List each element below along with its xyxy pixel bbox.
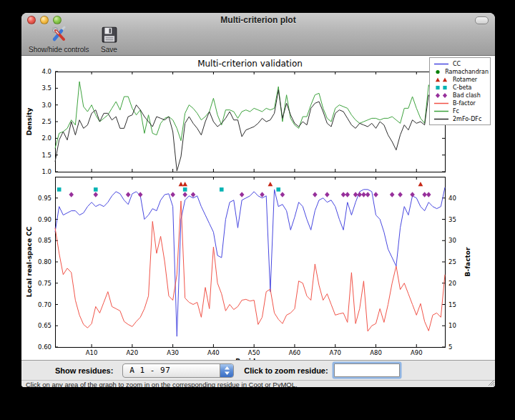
- legend-square-glyph: [433, 84, 450, 91]
- legend-entry: Fc: [433, 107, 489, 115]
- legend-entry: B-factor: [433, 99, 489, 107]
- svg-text:0.90: 0.90: [38, 216, 52, 223]
- toolbar: Show/hide controls Save: [21, 27, 495, 56]
- svg-text:0.65: 0.65: [38, 322, 52, 329]
- legend-label: Fc: [453, 108, 459, 114]
- svg-text:A10: A10: [86, 349, 98, 356]
- minimize-button[interactable]: [40, 16, 49, 24]
- status-text: Click on any area of the graph to zoom i…: [26, 381, 298, 387]
- svg-text:A70: A70: [329, 349, 341, 356]
- svg-text:Residue: Residue: [235, 358, 264, 360]
- legend-entry: Rotamer: [433, 76, 489, 84]
- svg-text:Local real-space CC: Local real-space CC: [26, 226, 33, 297]
- legend-entry: Ramachandran: [433, 68, 489, 76]
- show-residues-label: Show residues:: [21, 366, 113, 375]
- svg-text:0.60: 0.60: [38, 343, 52, 351]
- svg-text:A60: A60: [289, 349, 301, 356]
- svg-text:B-factor: B-factor: [464, 247, 471, 276]
- legend-label: CC: [453, 61, 461, 67]
- resize-grip-icon[interactable]: [487, 379, 494, 387]
- svg-text:30: 30: [448, 237, 456, 244]
- legend-entry: C-beta: [433, 84, 489, 92]
- svg-text:2.0: 2.0: [41, 135, 52, 142]
- svg-text:A80: A80: [370, 349, 382, 356]
- zoom-residue-label: Click to zoom residue:: [244, 366, 328, 375]
- legend-label: Rotamer: [453, 77, 477, 83]
- svg-text:A20: A20: [127, 349, 139, 356]
- svg-text:3.0: 3.0: [41, 102, 52, 109]
- legend-entry: CC: [433, 60, 489, 68]
- legend-label: C-beta: [453, 84, 472, 91]
- status-bar: Click on any area of the graph to zoom i…: [21, 380, 495, 387]
- title-bar[interactable]: Multi-criterion plot: [21, 13, 495, 27]
- legend-label: 2mFo-DFc: [453, 116, 481, 122]
- svg-text:25: 25: [448, 258, 456, 265]
- legend-line-glyph: [433, 100, 450, 107]
- fc-line: [55, 82, 445, 148]
- two-mfo-dfc-line: [55, 90, 445, 171]
- controls-bar: Show residues: A 1 - 97 Click to zoom re…: [21, 360, 495, 380]
- show-hide-controls-button[interactable]: Show/hide controls: [29, 26, 89, 54]
- svg-text:5: 5: [448, 343, 452, 351]
- save-icon: [101, 26, 118, 45]
- toolbar-toggle-button[interactable]: [475, 16, 489, 24]
- svg-text:40: 40: [448, 195, 456, 202]
- window-title: Multi-criterion plot: [21, 13, 495, 28]
- svg-text:0.85: 0.85: [38, 237, 52, 244]
- svg-text:0.80: 0.80: [38, 258, 52, 265]
- svg-text:0.95: 0.95: [38, 195, 52, 202]
- plot-area[interactable]: 1.01.52.02.53.03.54.0Multi-criterion val…: [21, 56, 495, 360]
- svg-text:0.75: 0.75: [38, 280, 52, 287]
- zoom-button[interactable]: [53, 16, 62, 24]
- plot-legend: CCRamachandranRotamerC-betaBad clashB-fa…: [429, 57, 491, 125]
- multi-criterion-plot-canvas[interactable]: 1.01.52.02.53.03.54.0Multi-criterion val…: [21, 56, 495, 360]
- legend-line-glyph: [433, 116, 450, 122]
- close-button[interactable]: [27, 16, 36, 24]
- legend-line-glyph: [433, 108, 450, 114]
- bad-clash-markers: [69, 192, 431, 197]
- svg-text:15: 15: [448, 301, 456, 308]
- svg-text:A50: A50: [248, 349, 260, 356]
- legend-label: Ramachandran: [445, 69, 489, 75]
- cc-line: [55, 187, 445, 336]
- c-beta-markers: [57, 187, 280, 192]
- svg-text:35: 35: [448, 216, 456, 223]
- svg-text:1.5: 1.5: [41, 152, 52, 159]
- zoom-residue-input[interactable]: [334, 363, 400, 377]
- legend-triangle-glyph: [433, 77, 450, 83]
- multi-criterion-plot-window: Multi-criterion plot Show/hide controls: [21, 13, 495, 387]
- svg-text:3.5: 3.5: [41, 84, 52, 92]
- legend-label: B-factor: [453, 100, 476, 107]
- rotamer-markers: [179, 182, 423, 186]
- svg-text:Density: Density: [26, 108, 33, 136]
- legend-diamond-glyph: [433, 92, 450, 99]
- svg-text:2.5: 2.5: [41, 118, 52, 125]
- legend-label: Bad clash: [453, 92, 481, 99]
- svg-text:A30: A30: [167, 349, 179, 356]
- svg-text:4.0: 4.0: [41, 68, 52, 75]
- residue-range-value: A 1 - 97: [123, 366, 220, 375]
- legend-entry: 2mFo-DFc: [433, 115, 489, 123]
- legend-line-glyph: [433, 61, 450, 67]
- svg-text:Multi-criterion validation: Multi-criterion validation: [197, 59, 303, 69]
- svg-text:A40: A40: [207, 349, 220, 356]
- svg-text:20: 20: [448, 280, 456, 287]
- toolbar-button-label: Save: [101, 46, 117, 54]
- window-chrome: Multi-criterion plot Show/hide controls: [21, 13, 495, 56]
- svg-text:10: 10: [448, 322, 456, 329]
- legend-entry: Bad clash: [433, 92, 489, 99]
- svg-text:1.0: 1.0: [41, 168, 52, 175]
- svg-text:0.70: 0.70: [38, 301, 52, 308]
- stepper-arrows-icon: [220, 364, 233, 377]
- b-factor-line: [55, 201, 445, 331]
- save-button[interactable]: Save: [101, 26, 118, 54]
- svg-text:A90: A90: [411, 349, 423, 356]
- tools-icon: [49, 26, 68, 45]
- residue-range-dropdown[interactable]: A 1 - 97: [122, 363, 234, 378]
- legend-circle-glyph: [433, 69, 442, 75]
- toolbar-button-label: Show/hide controls: [29, 46, 89, 54]
